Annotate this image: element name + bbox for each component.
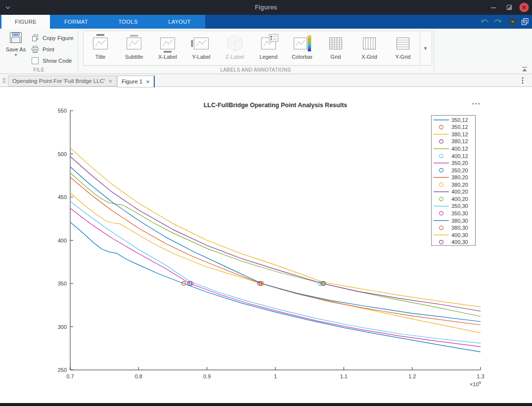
- ribbon-tab-layout[interactable]: LAYOUT: [154, 15, 205, 29]
- tab-options-kebab-icon[interactable]: [520, 77, 525, 84]
- help-dropdown-icon[interactable]: [508, 17, 517, 28]
- button-label: Y-Grid: [386, 54, 420, 60]
- legend-icon: [252, 34, 285, 54]
- legend-label: 350,12: [451, 117, 468, 123]
- ribbon-button-title[interactable]: Title: [84, 31, 117, 65]
- ribbon-button-y-grid[interactable]: Y-Grid: [386, 31, 420, 65]
- legend-label: 380,30: [451, 218, 468, 224]
- ribbon-button-x-grid[interactable]: X-Grid: [353, 31, 386, 65]
- ribbon-body: Save As ▼ Copy FigurePrintShow Code FILE…: [0, 29, 532, 74]
- copy-figure-icon: [31, 34, 40, 42]
- ribbon-tab-strip: FIGUREFORMATTOOLSLAYOUT: [0, 15, 532, 29]
- close-tab-icon[interactable]: ×: [146, 79, 150, 85]
- legend-label: 400,12: [451, 146, 468, 152]
- plot-title: LLC-FullBridge Operating Point Analysis …: [204, 102, 348, 109]
- section-divider: [78, 30, 78, 72]
- x-tick-label: 0.9: [203, 373, 211, 379]
- figure-canvas: LLC-FullBridge Operating Point Analysis …: [0, 87, 532, 403]
- y-tick-label: 300: [58, 324, 67, 330]
- legend-label: 350,20: [451, 160, 468, 166]
- ribbon-tab-figure[interactable]: FIGURE: [1, 15, 50, 29]
- legend-label: 380,20: [451, 182, 468, 188]
- button-label: X-Grid: [353, 54, 386, 60]
- ribbon-button-x-label[interactable]: X-Label: [151, 31, 184, 65]
- ribbon-button-z-label: Z-Label: [218, 31, 252, 65]
- legend-label: 400,30: [451, 232, 468, 238]
- button-label: Y-Label: [184, 54, 218, 60]
- y-tick-label: 500: [58, 151, 67, 157]
- collapse-ribbon-icon[interactable]: [521, 66, 528, 72]
- legend-label: 400,20: [451, 196, 468, 202]
- y-tick-label: 550: [58, 108, 67, 114]
- ribbon-button-grid[interactable]: Grid: [319, 31, 353, 65]
- button-label: Colorbar: [285, 54, 319, 60]
- x-label-icon: [151, 34, 184, 54]
- curve-400,30: [70, 148, 481, 307]
- doc-tab-active[interactable]: Figure 1×: [117, 76, 155, 87]
- doc-tab-label: Figure 1: [122, 79, 142, 84]
- y-tick-label: 400: [58, 238, 67, 244]
- button-label: Copy Figure: [43, 35, 74, 41]
- y-tick-label: 450: [58, 194, 67, 200]
- figure-plot: LLC-FullBridge Operating Point Analysis …: [0, 87, 532, 403]
- show-code-button[interactable]: Show Code: [31, 55, 78, 66]
- ribbon-button-subtitle[interactable]: Subtitle: [117, 31, 151, 65]
- ribbon-button-y-label[interactable]: Y-Label: [184, 31, 218, 65]
- legend-label: 380,20: [451, 174, 468, 180]
- plot-options-button[interactable]: [473, 103, 480, 105]
- tab-bar-grip-icon[interactable]: [1, 77, 7, 84]
- x-tick-label: 1.2: [408, 373, 416, 379]
- legend-label: 350,30: [451, 203, 468, 209]
- ribbon-button-colorbar[interactable]: Colorbar: [285, 31, 319, 65]
- ribbon-button-legend[interactable]: Legend: [252, 31, 285, 65]
- x-axis: 0.70.80.911.11.21.3×105: [66, 367, 484, 387]
- x-tick-label: 0.8: [135, 373, 142, 379]
- title-icon: [84, 34, 117, 54]
- button-label: Print: [43, 46, 54, 52]
- restore-button[interactable]: [505, 3, 514, 12]
- curve-350,12: [70, 222, 481, 352]
- y-tick-label: 350: [58, 281, 67, 286]
- legend-label: 350,12: [451, 124, 468, 130]
- z-label-icon: [218, 34, 252, 54]
- curve-380,20: [70, 177, 481, 325]
- save-as-caret-icon: ▼: [3, 53, 29, 57]
- save-icon: [9, 37, 23, 45]
- legend-label: 400,30: [451, 239, 468, 245]
- window-title: Figures: [0, 0, 532, 15]
- copy-figure-button[interactable]: Copy Figure: [31, 32, 78, 43]
- curve-400,20: [70, 157, 481, 311]
- legend-label: 380,12: [451, 138, 468, 144]
- labels-group-dropdown-icon[interactable]: ▼: [420, 31, 431, 65]
- file-section-label: FILE: [0, 67, 78, 73]
- print-button[interactable]: Print: [31, 43, 78, 55]
- x-tick-label: 0.7: [66, 373, 74, 379]
- ribbon-tab-tools[interactable]: TOOLS: [102, 15, 154, 29]
- legend[interactable]: 350,12350,12380,12380,12400,12400,12350,…: [432, 116, 476, 246]
- taskbar-edge: [0, 403, 532, 406]
- new-window-icon[interactable]: [521, 18, 530, 28]
- undo-icon[interactable]: [480, 17, 490, 28]
- x-tick-label: 1.1: [340, 373, 348, 379]
- doc-tab-inactive[interactable]: Operating Point For 'Full Bridge LLC'×: [8, 76, 117, 86]
- save-as-button[interactable]: Save As ▼: [3, 31, 29, 67]
- legend-label: 350,30: [451, 210, 468, 216]
- titlebar: Figures: [0, 0, 532, 15]
- legend-label: 380,30: [451, 225, 468, 231]
- ribbon-tab-format[interactable]: FORMAT: [50, 15, 102, 29]
- print-icon: [31, 45, 40, 53]
- document-tab-bar: Operating Point For 'Full Bridge LLC'×Fi…: [0, 74, 532, 87]
- close-tab-icon[interactable]: ×: [108, 78, 112, 84]
- x-tick-label: 1.3: [477, 373, 484, 379]
- checkbox-icon: [31, 57, 40, 65]
- minimize-button[interactable]: [489, 3, 498, 12]
- section-divider: [434, 30, 434, 72]
- close-button[interactable]: [519, 2, 530, 13]
- doc-tab-label: Operating Point For 'Full Bridge LLC': [12, 78, 105, 84]
- grid-icon: [319, 34, 353, 54]
- legend-label: 380,12: [451, 131, 468, 137]
- button-label: X-Label: [151, 54, 184, 60]
- button-label: Title: [84, 54, 117, 60]
- redo-icon[interactable]: [492, 17, 502, 28]
- button-label: Grid: [319, 54, 353, 60]
